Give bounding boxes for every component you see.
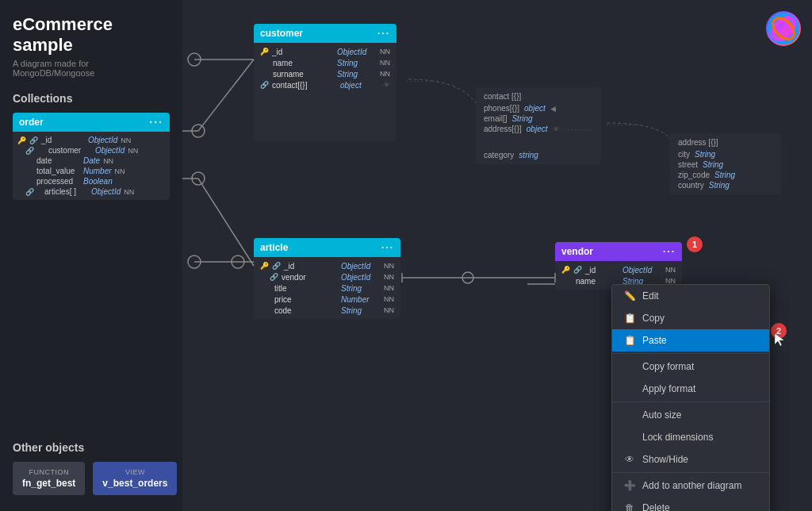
app-logo <box>766 11 801 46</box>
article-node-header: article ··· <box>254 238 400 257</box>
svg-line-12 <box>198 60 254 131</box>
table-row: 🔗 customer ObjectId NN <box>17 145 165 156</box>
table-row: 🔑 _id ObjectId NN <box>260 46 390 57</box>
table-row: 🔗 contact[{}] object 👁 <box>260 79 390 90</box>
ctx-auto-size[interactable]: Auto size <box>612 404 769 426</box>
ctx-divider2 <box>612 402 769 402</box>
table-row: total_value Number NN <box>17 166 165 176</box>
order-table-body: 🔑 🔗 _id ObjectId NN 🔗 customer ObjectId … <box>13 132 170 200</box>
table-row: phones[{}] object ◀ <box>484 104 593 113</box>
ctx-divider3 <box>612 472 769 473</box>
vendor-node[interactable]: vendor ··· 🔑 🔗 _id ObjectId NN name Stri… <box>555 242 682 290</box>
ctx-show-hide-label: Show/Hide <box>642 454 688 465</box>
customer-title: customer <box>260 28 303 39</box>
order-table-dots[interactable]: ··· <box>149 116 163 129</box>
table-row: 🔑 🔗 _id ObjectId NN <box>260 260 394 271</box>
ctx-copy-format-label: Copy format <box>642 361 694 372</box>
collections-title: Collections <box>13 92 170 105</box>
ctx-edit-label: Edit <box>642 290 659 302</box>
ctx-paste[interactable]: 📋 Paste <box>612 329 769 352</box>
key-icon: 🔑 <box>561 266 570 274</box>
link-icon: 🔗 <box>25 147 34 155</box>
ctx-delete[interactable]: 🗑 Delete <box>612 497 769 511</box>
ctx-add-diagram-label: Add to another diagram <box>642 480 741 491</box>
link-icon: 🔗 <box>272 262 281 270</box>
table-row: name String NN <box>260 57 390 68</box>
table-row: 🔑 🔗 _id ObjectId NN <box>17 135 165 145</box>
ctx-add-diagram[interactable]: ➕ Add to another diagram <box>612 474 769 497</box>
table-row: category string <box>484 151 593 159</box>
app-subtitle: A diagram made for MongoDB/Mongoose <box>13 59 170 78</box>
ctx-copy[interactable]: 📋 Copy <box>612 307 769 329</box>
ctx-paste-label: Paste <box>642 335 667 346</box>
add-diagram-icon: ➕ <box>623 480 636 491</box>
ctx-show-hide[interactable]: 👁 Show/Hide <box>612 448 769 471</box>
ctx-auto-size-label: Auto size <box>642 409 681 421</box>
arr-icon: ◀ <box>550 105 556 113</box>
customer-dots[interactable]: ··· <box>377 28 390 39</box>
customer-node-body: 🔑 _id ObjectId NN name String NN surname… <box>254 43 396 141</box>
svg-line-15 <box>198 179 254 266</box>
link-icon: 🔗 <box>29 136 38 144</box>
article-dots[interactable]: ··· <box>381 242 394 253</box>
svg-point-4 <box>188 256 201 268</box>
svg-point-13 <box>192 125 205 137</box>
table-row: email[] String <box>484 114 593 123</box>
ellipsis-connector: ········· <box>406 77 440 86</box>
v-best-orders-card[interactable]: VIEW v_best_orders <box>93 462 177 495</box>
ctx-copy-format[interactable]: Copy format <box>612 355 769 378</box>
ctx-divider <box>612 353 769 354</box>
table-row: surname String NN <box>260 68 390 79</box>
table-row: country String <box>678 181 773 190</box>
key-icon: 🔑 <box>260 262 269 270</box>
customer-node[interactable]: customer ··· 🔑 _id ObjectId NN name Stri… <box>254 24 396 141</box>
left-panel: eCommerce sample A diagram made for Mong… <box>0 0 182 511</box>
ellipsis-connector2: ········· <box>606 121 640 129</box>
context-menu[interactable]: ✏️ Edit 📋 Copy 📋 Paste Copy format Apply… <box>611 284 770 511</box>
address-nested-table: address [{}] city String street String z… <box>670 133 781 194</box>
table-row: zip_code String <box>678 171 773 179</box>
customer-node-header: customer ··· <box>254 24 396 43</box>
table-row: address[{}] object 👁 ········ <box>484 125 593 133</box>
table-row: 🔗 articles[ ] ObjectId NN <box>17 186 165 197</box>
svg-point-5 <box>232 256 244 268</box>
badge-1: 1 <box>687 236 703 252</box>
address-header: address [{}] <box>678 138 773 147</box>
link-icon: 🔗 <box>270 273 278 281</box>
badge-2: 2 <box>771 323 787 339</box>
contact-nested-table: contact [{}] phones[{}] object ◀ email[]… <box>476 87 601 164</box>
table-row: title String NN <box>260 282 394 294</box>
svg-point-3 <box>188 53 201 66</box>
paste-icon: 📋 <box>623 335 636 346</box>
eye-icon: 👁 <box>553 125 560 133</box>
article-node[interactable]: article ··· 🔑 🔗 _id ObjectId NN 🔗 vendor… <box>254 238 400 319</box>
copy-icon: 📋 <box>623 313 636 324</box>
key-icon: 🔑 <box>260 48 269 56</box>
show-hide-icon: 👁 <box>623 454 636 465</box>
fn-get-best-card[interactable]: FUNCTION fn_get_best <box>13 462 85 495</box>
vendor-dots[interactable]: ··· <box>663 246 676 257</box>
ctx-delete-label: Delete <box>642 502 670 511</box>
order-table-sidebar[interactable]: order ··· 🔑 🔗 _id ObjectId NN 🔗 customer… <box>13 113 170 200</box>
ctx-apply-format[interactable]: Apply format <box>612 378 769 400</box>
ctx-copy-label: Copy <box>642 313 665 324</box>
table-row: street String <box>678 160 773 169</box>
arr-icon: 🔗 <box>25 188 34 196</box>
link-icon: 🔗 <box>573 266 582 274</box>
vendor-node-header: vendor ··· <box>555 242 682 261</box>
order-table-header: order ··· <box>13 113 170 132</box>
table-row: code String NN <box>260 305 394 316</box>
ctx-edit[interactable]: ✏️ Edit <box>612 285 769 307</box>
svg-point-9 <box>462 272 473 283</box>
contact-header: contact [{}] <box>484 92 593 101</box>
app-title: eCommerce sample <box>13 14 170 56</box>
ctx-apply-format-label: Apply format <box>642 383 695 394</box>
table-row: 🔗 vendor ObjectId NN <box>260 271 394 282</box>
article-node-body: 🔑 🔗 _id ObjectId NN 🔗 vendor ObjectId NN… <box>254 257 400 319</box>
vendor-title: vendor <box>561 246 593 257</box>
diagram-canvas[interactable]: customer ··· 🔑 _id ObjectId NN name Stri… <box>182 0 812 511</box>
article-title: article <box>260 242 288 253</box>
table-row: processed Boolean <box>17 176 165 186</box>
ctx-lock-dimensions[interactable]: Lock dimensions <box>612 426 769 448</box>
edit-icon: ✏️ <box>623 290 636 302</box>
